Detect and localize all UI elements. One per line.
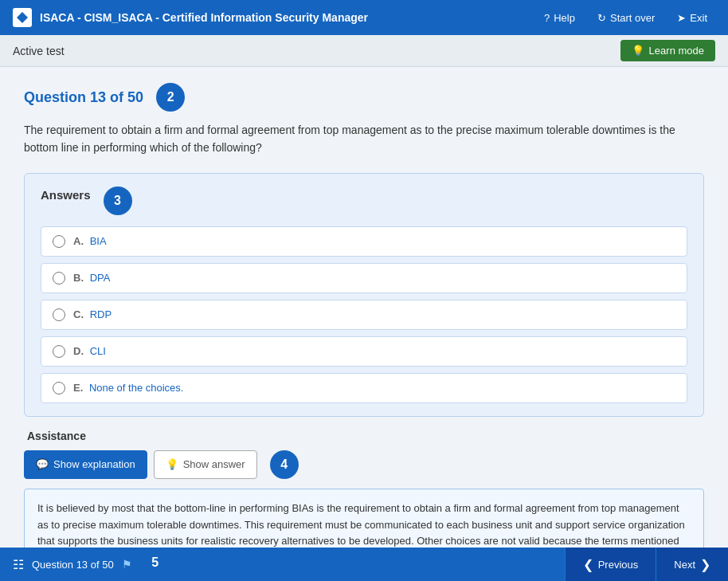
footer-navigation: ❮ Previous Next ❯ xyxy=(565,548,728,581)
answer-option-a[interactable]: A. BIA xyxy=(41,226,687,257)
exit-icon: ➤ xyxy=(677,12,686,24)
assistance-title: Assistance xyxy=(24,430,704,442)
answer-radio-a[interactable] xyxy=(53,235,65,248)
answer-label-d: D. CLI xyxy=(73,345,106,357)
answer-radio-b[interactable] xyxy=(53,272,65,285)
answer-radio-e[interactable] xyxy=(53,382,65,395)
restart-icon: ↻ xyxy=(597,12,606,24)
header-actions: ? Help ↻ Start over ➤ Exit xyxy=(536,9,715,27)
answer-radio-d[interactable] xyxy=(53,345,65,358)
help-icon: ? xyxy=(544,12,550,24)
answer-option-e[interactable]: E. None of the choices. xyxy=(41,373,687,403)
start-over-button[interactable]: ↻ Start over xyxy=(589,9,663,27)
assistance-badge: 4 xyxy=(270,450,299,479)
logo-diamond xyxy=(17,12,28,23)
next-button[interactable]: Next ❯ xyxy=(656,548,728,581)
exit-button[interactable]: ➤ Exit xyxy=(669,9,715,27)
chevron-left-icon: ❮ xyxy=(583,557,593,572)
grid-icon: ☷ xyxy=(13,557,24,572)
assistance-buttons: 💬 Show explanation 💡 Show answer 4 xyxy=(24,450,704,479)
answer-option-c[interactable]: C. RDP xyxy=(41,300,687,330)
answer-option-d[interactable]: D. CLI xyxy=(41,336,687,367)
answers-badge: 3 xyxy=(104,186,132,215)
answer-option-b[interactable]: B. DPA xyxy=(41,263,687,293)
lightbulb-icon: 💡 xyxy=(632,45,644,57)
app-logo xyxy=(13,8,32,27)
answers-title: Answers xyxy=(41,188,91,202)
learn-mode-button[interactable]: 💡 Learn mode xyxy=(620,40,715,61)
question-total: 50 xyxy=(127,89,143,105)
active-test-label: Active test xyxy=(13,45,65,57)
answer-label-b: B. DPA xyxy=(73,272,110,284)
answer-radio-c[interactable] xyxy=(53,308,65,321)
show-answer-button[interactable]: 💡 Show answer xyxy=(154,450,257,479)
app-footer: ☷ Question 13 of 50 ⚑ 5 ❮ Previous Next … xyxy=(0,548,728,581)
answer-label-c: C. RDP xyxy=(73,308,112,320)
answer-label-e: E. None of the choices. xyxy=(73,382,183,394)
footer-badge: 5 xyxy=(140,548,170,578)
question-text: The requirement to obtain a firm and for… xyxy=(24,121,704,157)
app-header: ISACA - CISM_ISACA - Certified Informati… xyxy=(0,0,728,35)
question-badge: 2 xyxy=(156,83,185,112)
footer-question-label: Question 13 of 50 xyxy=(32,559,114,571)
previous-button[interactable]: ❮ Previous xyxy=(565,548,656,581)
speech-bubble-icon: 💬 xyxy=(36,458,49,470)
question-current: 13 xyxy=(90,89,106,105)
show-explanation-button[interactable]: 💬 Show explanation xyxy=(24,450,147,479)
help-button[interactable]: ? Help xyxy=(536,9,583,27)
question-header: Question 13 of 50 2 xyxy=(24,83,704,112)
lightbulb-small-icon: 💡 xyxy=(166,458,178,470)
question-number: Question 13 of 50 xyxy=(24,89,143,106)
footer-left: ☷ Question 13 of 50 ⚑ 5 xyxy=(0,548,565,581)
chevron-right-icon: ❯ xyxy=(700,557,710,572)
answer-label-a: A. BIA xyxy=(73,235,107,247)
app-title: ISACA - CISM_ISACA - Certified Informati… xyxy=(40,11,536,24)
main-content: Question 13 of 50 2 The requirement to o… xyxy=(0,67,728,581)
answers-section: Answers 3 A. BIA B. DPA C. RDP xyxy=(24,173,704,417)
flag-icon[interactable]: ⚑ xyxy=(122,558,132,571)
active-test-bar: Active test 💡 Learn mode xyxy=(0,35,728,67)
